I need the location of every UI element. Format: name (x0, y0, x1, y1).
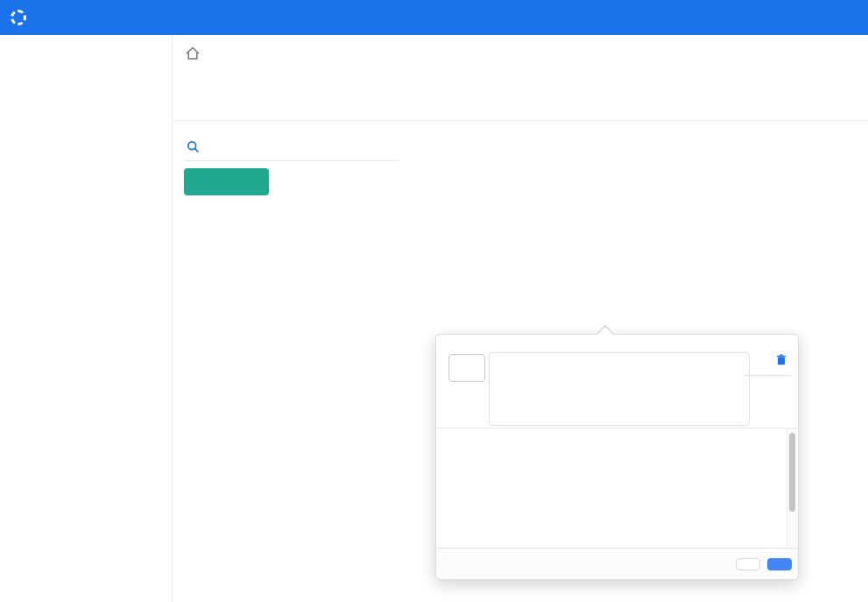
save-button[interactable] (767, 558, 792, 570)
topbar (0, 0, 868, 35)
scrollbar-thumb[interactable] (789, 433, 795, 512)
time-record-popup (435, 334, 799, 580)
delete-button[interactable] (776, 354, 790, 368)
hours-input[interactable] (448, 354, 485, 382)
app-window (0, 0, 868, 602)
moment-logo-icon (11, 10, 26, 25)
home-icon (185, 46, 201, 64)
popup-table-scrollbar[interactable] (787, 428, 797, 547)
my-hours-table (436, 428, 798, 428)
trash-icon (776, 354, 787, 368)
cancel-button[interactable] (736, 558, 760, 570)
description-textarea[interactable] (489, 352, 750, 426)
main-content (173, 35, 868, 602)
find-project-search (185, 133, 399, 161)
header-divider (173, 120, 868, 121)
popup-divider (744, 375, 791, 376)
popup-caret (596, 325, 614, 343)
search-input[interactable] (185, 133, 399, 159)
add-project-button[interactable] (184, 168, 269, 195)
sidebar (0, 35, 173, 602)
popup-footer (436, 548, 798, 579)
breadcrumb (185, 46, 216, 64)
